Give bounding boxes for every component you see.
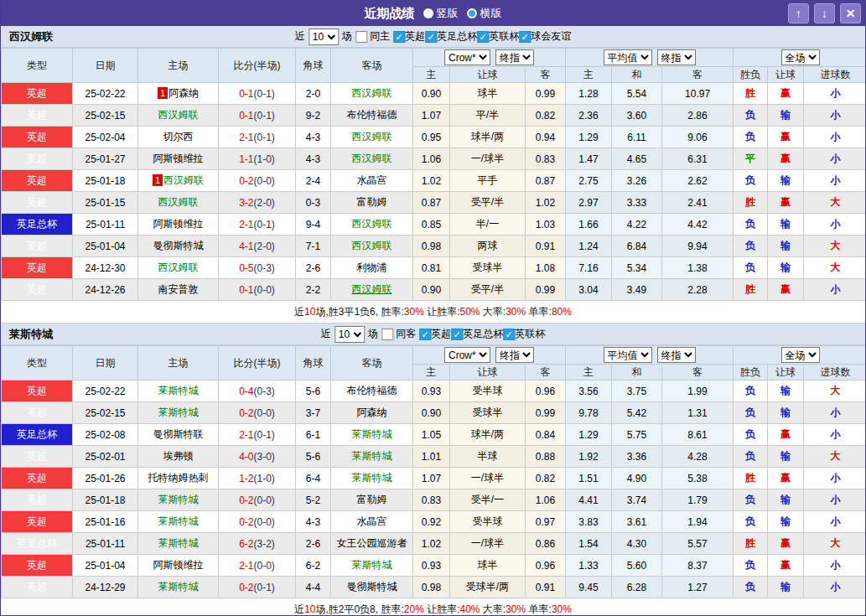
match-count-select[interactable]: 10: [309, 28, 339, 45]
match-count-select[interactable]: 10: [334, 326, 365, 343]
corner-cell: 4-3: [296, 127, 331, 148]
league-filter-checkbox[interactable]: ✓英超: [393, 29, 425, 44]
average-select[interactable]: 平均值: [604, 49, 652, 65]
date-cell: 25-01-15: [73, 192, 138, 214]
corner-cell: 5-6: [296, 446, 331, 468]
fulltime-score: 0-2: [239, 516, 253, 528]
handicap-cell: 球半: [450, 83, 526, 105]
score-cell: 4-0(3-0): [219, 446, 296, 468]
league-filter-checkbox[interactable]: ✓英联杯: [503, 327, 545, 341]
odds-away-cell: 0.94: [526, 127, 566, 148]
home-team-name: 托特纳姆热刺: [148, 472, 209, 484]
summary-stat-value: 10: [304, 603, 315, 615]
league-cell: 英超: [2, 236, 73, 257]
avg-away-cell: 4.42: [662, 214, 734, 236]
odds-stage-select-1[interactable]: 终指: [495, 347, 534, 363]
date-cell: 25-02-15: [73, 105, 138, 127]
checkbox-unchecked-icon[interactable]: [381, 329, 393, 340]
handicap-result-cell: 输: [768, 380, 804, 402]
same-venue-checkbox[interactable]: 同主: [355, 29, 390, 44]
league-filter-label: 英超: [431, 327, 451, 341]
corner-cell: 2-0: [296, 83, 331, 105]
odds-home-cell: 0.90: [413, 83, 450, 105]
fulltime-score: 0-2: [239, 175, 253, 187]
checkbox-checked-icon[interactable]: ✓: [419, 329, 431, 340]
league-cell: 英超: [2, 468, 73, 489]
checkbox-checked-icon[interactable]: ✓: [393, 31, 405, 43]
avg-away-cell: 8.37: [662, 555, 734, 577]
same-venue-checkbox[interactable]: 同客: [381, 327, 416, 341]
odds-away-cell: 0.99: [526, 402, 566, 424]
odds-home-cell: 1.07: [413, 468, 450, 489]
odds-home-cell: 0.98: [413, 577, 450, 598]
league-filter-checkbox[interactable]: ✓英联杯: [477, 29, 519, 44]
match-row: 英超25-01-15西汉姆联3-2(2-0)0-3富勒姆0.87受平/半1.02…: [2, 192, 866, 214]
goals-cell: 小: [804, 511, 866, 533]
radio-vertical-layout[interactable]: 竖版: [423, 6, 459, 21]
filter-bar: 近 10 场 同客 ✓英超✓英足总杯✓英联杯: [321, 326, 545, 343]
odds-stage-select-2[interactable]: 终指: [657, 347, 696, 363]
league-cell: 英足总杯: [2, 214, 73, 236]
league-cell: 英超: [2, 279, 73, 301]
summary-stat-value: 30%: [404, 306, 424, 318]
home-team-cell: 曼彻斯特联: [138, 424, 219, 446]
result-cell: 负: [734, 105, 768, 127]
league-cell: 英足总杯: [2, 533, 73, 555]
match-row: 英超25-02-01埃弗顿4-0(3-0)5-6莱斯特城1.01半球0.881.…: [2, 446, 866, 468]
summary-text: 近: [294, 306, 304, 318]
summary-text: 单率:: [526, 603, 552, 615]
col-handicap: 让球: [450, 365, 526, 380]
league-cell: 英超: [2, 555, 73, 577]
avg-home-cell: 1.92: [566, 446, 612, 468]
away-team-cell: 莱斯特城: [331, 468, 413, 489]
period-select[interactable]: 全场: [781, 347, 820, 363]
fulltime-score: 6-2: [239, 538, 253, 550]
league-filters: ✓英超✓英足总杯✓英联杯: [419, 327, 545, 341]
league-filter-checkbox[interactable]: ✓英足总杯: [451, 327, 503, 341]
same-venue-label: 同客: [396, 327, 416, 341]
team-section: 莱斯特城 近 10 场 同客 ✓英超✓英足总杯✓英联杯: [1, 324, 865, 616]
fulltime-score: 4-0: [239, 451, 253, 463]
col-goals: 进球数: [804, 67, 866, 83]
result-group-header: 全场: [734, 346, 866, 365]
checkbox-checked-icon[interactable]: ✓: [477, 31, 489, 43]
league-filter-checkbox[interactable]: ✓英足总杯: [425, 29, 477, 44]
checkbox-checked-icon[interactable]: ✓: [451, 329, 463, 340]
close-button[interactable]: ✕: [840, 3, 861, 23]
result-cell: 负: [734, 577, 768, 598]
avg-home-cell: 3.56: [566, 380, 612, 402]
move-up-button[interactable]: ↑: [788, 3, 809, 23]
summary-text: 大率:: [480, 306, 506, 318]
score-cell: 6-2(3-2): [219, 533, 296, 555]
period-select[interactable]: 全场: [781, 49, 820, 65]
result-cell: 负: [734, 402, 768, 424]
match-row: 英足总杯25-02-08曼彻斯特联2-1(0-1)6-1莱斯特城1.05球半/两…: [2, 424, 866, 446]
odds-stage-select-2[interactable]: 终指: [657, 49, 696, 65]
summary-text: 让胜率:: [424, 603, 460, 615]
col-date: 日期: [73, 49, 138, 83]
bookmaker-select[interactable]: Crow*: [444, 49, 490, 65]
checkbox-checked-icon[interactable]: ✓: [425, 31, 437, 43]
goals-cell: 大: [804, 533, 866, 555]
radio-horizontal-layout[interactable]: 横版: [467, 6, 502, 21]
goals-cell: 大: [804, 446, 866, 468]
checkbox-unchecked-icon[interactable]: [355, 31, 367, 43]
avg-away-cell: 1.94: [662, 511, 734, 533]
odds-stage-select-1[interactable]: 终指: [495, 49, 534, 65]
average-select[interactable]: 平均值: [604, 347, 652, 363]
home-team-name: 西汉姆联: [163, 174, 204, 186]
league-filter-label: 球会友谊: [531, 29, 571, 44]
away-team-link[interactable]: 西汉姆联: [352, 283, 392, 295]
checkbox-checked-icon[interactable]: ✓: [519, 31, 531, 43]
bookmaker-select[interactable]: Crow*: [444, 347, 490, 363]
match-row: 英超25-02-22莱斯特城0-4(0-3)5-6布伦特福德0.93受半球0.9…: [2, 380, 866, 402]
league-filter-checkbox[interactable]: ✓球会友谊: [519, 29, 571, 44]
col-score: 比分(半场): [219, 49, 296, 83]
league-filter-checkbox[interactable]: ✓英超: [419, 327, 451, 341]
halftime-score: (0-0): [254, 407, 275, 419]
avg-away-cell: 5.38: [662, 468, 734, 489]
move-down-button[interactable]: ↓: [814, 3, 835, 23]
result-cell: 负: [734, 489, 768, 511]
handicap-result-cell: 输: [768, 577, 804, 598]
checkbox-checked-icon[interactable]: ✓: [503, 329, 515, 340]
